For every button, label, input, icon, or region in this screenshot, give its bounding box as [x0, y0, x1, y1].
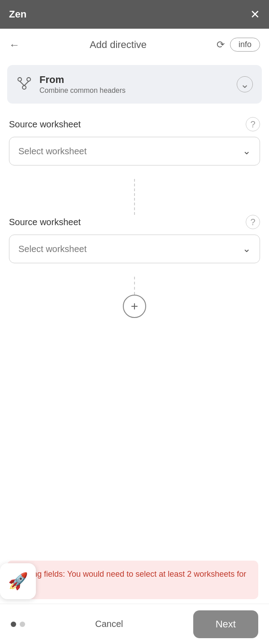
plus-icon: +: [131, 299, 138, 313]
svg-line-3: [20, 81, 24, 86]
help-icon-1: ?: [250, 119, 255, 130]
source-worksheet-1-dropdown[interactable]: Select worksheet ⌄: [9, 137, 260, 165]
chevron-down-icon: ⌄: [240, 78, 249, 91]
rocket-widget[interactable]: 🚀: [0, 563, 36, 599]
source-worksheet-2-label: Source worksheet: [9, 217, 81, 227]
info-button[interactable]: info: [230, 38, 260, 52]
from-card-expand-button[interactable]: ⌄: [237, 76, 253, 92]
title-bar: Zen ✕: [0, 0, 269, 29]
rocket-icon: 🚀: [8, 572, 28, 591]
source-worksheet-2-help-button[interactable]: ?: [246, 215, 260, 229]
from-card: From Combine common headers ⌄: [7, 65, 262, 104]
pagination-dots: [11, 622, 25, 627]
connector-line-1: [9, 179, 260, 215]
back-icon: ←: [9, 39, 20, 51]
header-actions: ⟳ info: [217, 38, 260, 52]
source-worksheet-2-placeholder: Select worksheet: [18, 244, 87, 254]
header: ← Add directive ⟳ info: [0, 29, 269, 61]
help-icon-2: ?: [250, 217, 255, 227]
bottom-bar: Cancel Next: [0, 604, 269, 644]
source-worksheet-2-section: Source worksheet ? Select worksheet ⌄: [9, 215, 260, 263]
svg-point-1: [27, 78, 30, 81]
svg-line-4: [24, 81, 29, 86]
error-message: Missing fields: You would need to select…: [14, 569, 251, 591]
error-banner: Missing fields: You would need to select…: [7, 561, 258, 599]
dot-1: [11, 622, 16, 627]
svg-point-2: [22, 86, 26, 89]
dropdown-arrow-icon-2: ⌄: [243, 243, 251, 255]
add-button-section: +: [9, 277, 260, 318]
close-button[interactable]: ✕: [250, 9, 260, 20]
svg-point-0: [18, 78, 22, 81]
cancel-button[interactable]: Cancel: [95, 619, 123, 629]
dot-2: [20, 622, 25, 627]
dashed-line-1: [134, 179, 135, 215]
from-card-title: From: [39, 74, 126, 86]
add-worksheet-button[interactable]: +: [123, 295, 146, 318]
next-button[interactable]: Next: [193, 610, 258, 638]
source-worksheet-1-label: Source worksheet: [9, 119, 81, 130]
refresh-button[interactable]: ⟳: [217, 39, 225, 51]
source-worksheet-1-section: Source worksheet ? Select worksheet ⌄: [9, 117, 260, 165]
app-title: Zen: [9, 9, 26, 20]
source-worksheet-1-help-button[interactable]: ?: [246, 117, 260, 131]
from-card-subtitle: Combine common headers: [39, 87, 126, 95]
dashed-line-2: [134, 277, 135, 295]
source-worksheet-1-placeholder: Select worksheet: [18, 146, 87, 157]
dropdown-arrow-icon-1: ⌄: [243, 145, 251, 157]
merge-icon: [16, 75, 32, 94]
page-title: Add directive: [90, 39, 147, 51]
source-worksheet-2-dropdown[interactable]: Select worksheet ⌄: [9, 235, 260, 263]
back-button[interactable]: ←: [9, 39, 20, 51]
main-content: Source worksheet ? Select worksheet ⌄ So…: [0, 104, 269, 318]
